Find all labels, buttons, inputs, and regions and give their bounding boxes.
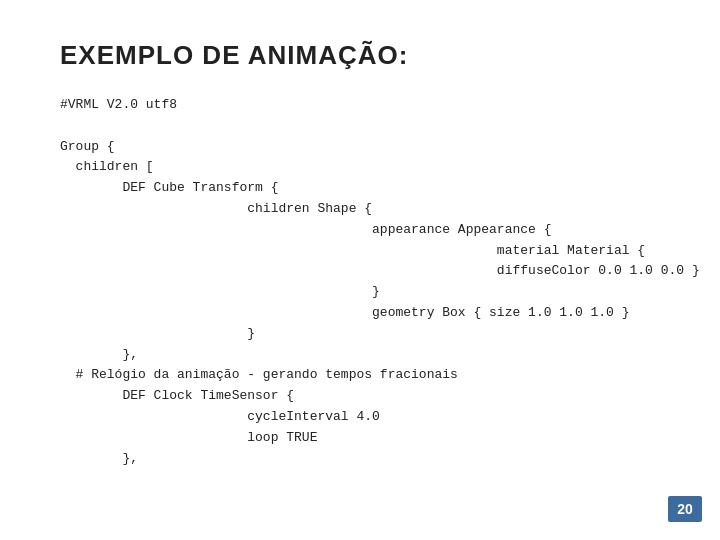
code-block: #VRML V2.0 utf8 Group { children [ DEF C… bbox=[60, 95, 660, 469]
slide: EXEMPLO DE ANIMAÇÃO: #VRML V2.0 utf8 Gro… bbox=[0, 0, 720, 540]
page-number: 20 bbox=[668, 496, 702, 522]
slide-title: EXEMPLO DE ANIMAÇÃO: bbox=[60, 40, 660, 71]
